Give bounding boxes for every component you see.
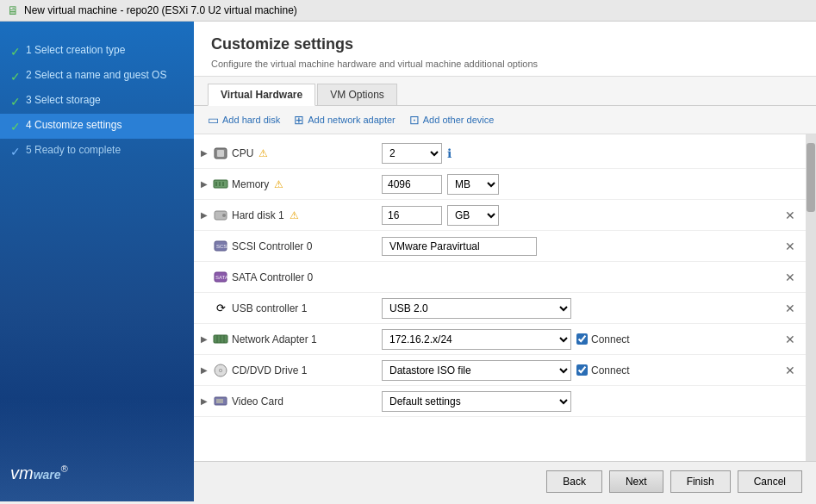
svg-rect-20 [216,399,223,403]
sidebar-step-4[interactable]: ✓ 4 Customize settings [0,114,194,139]
cdvd-type-select[interactable]: Datastore ISO fileClient DeviceHost Devi… [382,360,571,381]
scrollbar[interactable] [806,134,816,461]
hw-row-memory: ▶ Memory ⚠ MBGB [194,169,806,200]
network-connect-text: Connect [591,333,630,345]
cpu-info-icon[interactable]: ℹ [447,146,452,160]
sidebar: ✓ 1 Select creation type ✓ 2 Select a na… [0,22,194,501]
cpu-warning-icon: ⚠ [259,147,268,159]
sata-delete-button[interactable]: ✕ [782,269,799,286]
page-title: Customize settings [211,35,799,53]
hard-disk-delete-button[interactable]: ✕ [782,207,799,224]
scsi-type-display: VMware Paravirtual [382,237,537,256]
sidebar-step-3[interactable]: ✓ 3 Select storage [0,89,194,114]
usb-delete-button[interactable]: ✕ [782,300,799,317]
sata-label: SATA Controller 0 [232,271,313,283]
sidebar-step-1[interactable]: ✓ 1 Select creation type [0,39,194,64]
network-connect-checkbox[interactable] [576,333,588,345]
sidebar-step-5-label: 5 Ready to complete [26,144,121,158]
scsi-controls: VMware Paravirtual ✕ [382,237,799,256]
svg-rect-4 [219,182,221,186]
svg-text:SATA: SATA [215,275,227,280]
cancel-button[interactable]: Cancel [738,470,802,493]
network-controls: 172.16.2.x/24 Connect ✕ [382,329,799,350]
memory-controls: MBGB [382,174,799,195]
svg-text:SCSI: SCSI [216,244,227,249]
cpu-controls: 2148 ℹ [382,143,799,164]
memory-label: Memory [232,178,269,190]
sata-controls: ✕ [382,269,799,286]
hw-row-video-card: ▶ Video Card Default settings [194,386,806,417]
sata-icon: SATA [213,271,228,283]
usb-version-select[interactable]: USB 2.0USB 3.0USB 3.1 [382,298,571,319]
network-dropdown[interactable]: 172.16.2.x/24 [382,329,571,350]
sidebar-step-5[interactable]: ✓ 5 Ready to complete [0,139,194,164]
hard-disk-size-input[interactable] [382,206,442,225]
step-3-check: ✓ [10,95,21,109]
sidebar-step-4-label: 4 Customize settings [26,119,121,133]
hard-disk-unit-select[interactable]: GBMB [447,205,499,226]
hard-disk-warning-icon: ⚠ [290,209,299,221]
cdvd-expand[interactable]: ▶ [201,365,208,375]
scsi-icon: SCSI [213,240,228,252]
video-card-label: Video Card [232,395,283,408]
cpu-icon [213,147,228,159]
network-delete-button[interactable]: ✕ [782,331,799,348]
cpu-expand[interactable]: ▶ [201,148,208,158]
hw-row-hard-disk-1: ▶ Hard disk 1 ⚠ GBMB ✕ [194,200,806,231]
usb-controls: USB 2.0USB 3.0USB 3.1 ✕ [382,298,799,319]
memory-value-input[interactable] [382,175,442,194]
tab-vm-options[interactable]: VM Options [317,84,397,105]
vm-icon: 🖥 [7,3,19,17]
add-hard-disk-button[interactable]: ▭ Add hard disk [208,113,280,127]
hardware-list: ▶ CPU ⚠ 2148 ℹ [194,134,806,461]
add-network-adapter-button[interactable]: ⊞ Add network adapter [294,113,396,127]
cdvd-delete-button[interactable]: ✕ [782,362,799,379]
title-bar: 🖥 New virtual machine - repo20 (ESXi 7.0… [0,0,816,22]
back-button[interactable]: Back [546,470,602,493]
usb-icon: ⟳ [213,302,228,314]
svg-rect-1 [217,150,224,157]
svg-point-18 [220,370,221,371]
cdvd-connect-checkbox[interactable] [576,364,588,376]
scsi-delete-button[interactable]: ✕ [782,238,799,255]
network-icon [213,333,228,345]
network-expand[interactable]: ▶ [201,334,208,344]
hw-list-container: ▶ CPU ⚠ 2148 ℹ [194,134,816,461]
hard-disk-icon: ▭ [208,113,219,127]
cpu-count-select[interactable]: 2148 [382,143,442,164]
scrollbar-thumb[interactable] [807,143,815,212]
finish-button[interactable]: Finish [670,470,731,493]
video-icon [213,395,228,408]
hw-row-network-1: ▶ Network Adapter 1 172.16.2.x/24 Connec… [194,324,806,355]
add-other-device-button[interactable]: ⊡ Add other device [409,113,495,127]
sidebar-step-2-label: 2 Select a name and guest OS [26,69,166,83]
step-2-number: 2 [26,69,34,81]
hw-row-scsi-0: ▶ SCSI SCSI Controller 0 VMware Paravirt… [194,231,806,262]
hw-row-cdvd-1: ▶ CD/DVD Drive 1 Datastore ISO fileClien… [194,355,806,386]
memory-icon [213,178,228,190]
scsi-label: SCSI Controller 0 [232,240,312,252]
page-subtitle: Configure the virtual machine hardware a… [211,59,799,69]
content-area: Customize settings Configure the virtual… [194,22,816,501]
svg-rect-5 [222,182,224,186]
tab-virtual-hardware[interactable]: Virtual Hardware [208,84,315,106]
cdvd-controls: Datastore ISO fileClient DeviceHost Devi… [382,360,799,381]
svg-point-7 [222,214,226,217]
step-4-check: ✓ [10,120,21,134]
memory-expand[interactable]: ▶ [201,179,208,189]
video-settings-select[interactable]: Default settings [382,391,571,412]
memory-unit-select[interactable]: MBGB [447,174,499,195]
usb-label: USB controller 1 [232,302,307,314]
hardware-toolbar: ▭ Add hard disk ⊞ Add network adapter ⊡ … [194,106,816,134]
sidebar-step-2[interactable]: ✓ 2 Select a name and guest OS [0,64,194,89]
cdvd-connect-label: Connect [576,364,630,376]
memory-warning-icon: ⚠ [274,178,283,190]
cpu-label: CPU [232,147,253,159]
title-bar-text: New virtual machine - repo20 (ESXi 7.0 U… [24,4,297,16]
hard-disk-expand[interactable]: ▶ [201,210,208,220]
next-button[interactable]: Next [609,470,663,493]
content-header: Customize settings Configure the virtual… [194,22,816,77]
svg-rect-3 [215,182,217,186]
step-3-number: 3 [26,94,34,106]
video-expand[interactable]: ▶ [201,396,208,406]
